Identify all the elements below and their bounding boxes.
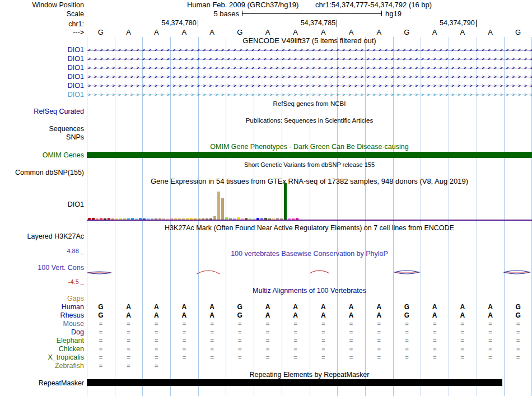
- gtex-expression-bar[interactable]: [178, 218, 181, 220]
- gtex-expression-bar[interactable]: [182, 218, 185, 220]
- alignment-identity-mark: =: [87, 328, 115, 336]
- alignment-identity-mark: =: [87, 362, 115, 370]
- species-label-chicken[interactable]: Chicken: [59, 345, 84, 353]
- gtex-expression-bar[interactable]: [237, 217, 240, 220]
- gtex-expression-bar[interactable]: [284, 183, 287, 220]
- gtex-expression-bar[interactable]: [92, 218, 95, 220]
- track-label-dio1[interactable]: DIO1: [68, 91, 84, 99]
- species-label-zebrafish[interactable]: Zebrafish: [55, 362, 84, 370]
- gtex-expression-bar[interactable]: [190, 218, 193, 220]
- repeatmasker-label[interactable]: RepeatMasker: [39, 379, 84, 387]
- species-label-rhesus[interactable]: Rhesus: [60, 311, 84, 319]
- gtex-expression-bar[interactable]: [143, 218, 146, 220]
- gtex-expression-bar[interactable]: [135, 218, 138, 220]
- multiz-track-title: Multiz Alignments of 100 Vertebrates: [87, 287, 532, 295]
- vert-cons-label[interactable]: 100 Vert. Cons: [38, 264, 84, 272]
- gtex-expression-bar[interactable]: [170, 218, 173, 220]
- species-label-elephant[interactable]: Elephant: [57, 337, 84, 344]
- gtex-expression-bar[interactable]: [202, 218, 204, 220]
- gtex-expression-bar[interactable]: [296, 218, 298, 220]
- gtex-expression-bar[interactable]: [104, 218, 106, 220]
- omim-genes-label[interactable]: OMIM Genes: [43, 151, 84, 159]
- track-label-dio1[interactable]: DIO1: [68, 55, 84, 63]
- gtex-expression-bar[interactable]: [233, 218, 236, 220]
- gtex-expression-bar[interactable]: [166, 218, 169, 220]
- conservation-signal-curves[interactable]: [87, 263, 532, 283]
- gtex-expression-bar[interactable]: [174, 218, 177, 220]
- species-label-human[interactable]: Human: [62, 303, 84, 311]
- gtex-expression-bar[interactable]: [268, 218, 271, 220]
- gtex-expression-bar[interactable]: [256, 218, 259, 220]
- track-label-dio1[interactable]: DIO1: [68, 46, 84, 54]
- aligned-base: A: [310, 303, 338, 311]
- scale-value: 5 bases: [183, 10, 239, 18]
- gtex-expression-bar[interactable]: [272, 218, 275, 220]
- gtex-expression-bar[interactable]: [155, 218, 157, 220]
- gtex-expression-bar[interactable]: [96, 218, 99, 220]
- repeatmasker-element-bar[interactable]: [87, 379, 502, 386]
- gtex-expression-bar[interactable]: [108, 218, 110, 220]
- gencode-transcript[interactable]: >>>>>>>>>>>>>>>>>>>>>>>>>>>>>>>>>>>>>>>>…: [87, 54, 532, 63]
- aligned-base: A: [337, 311, 365, 319]
- species-label-mouse[interactable]: Mouse: [63, 320, 84, 328]
- gtex-expression-bar[interactable]: [253, 218, 255, 220]
- alignment-identity-mark: =: [115, 353, 143, 361]
- gtex-expression-bar[interactable]: [206, 218, 208, 220]
- gtex-expression-bar[interactable]: [127, 218, 130, 220]
- gencode-transcript[interactable]: >>>>>>>>>>>>>>>>>>>>>>>>>>>>>>>>>>>>>>>>…: [87, 90, 532, 99]
- aligned-base: A: [421, 303, 449, 311]
- species-label-gaps[interactable]: Gaps: [67, 295, 84, 302]
- sequences-label[interactable]: Sequences: [49, 125, 84, 133]
- gtex-expression-bar[interactable]: [288, 218, 291, 220]
- gtex-expression-bar[interactable]: [158, 218, 161, 220]
- gtex-expression-bar[interactable]: [115, 218, 118, 220]
- track-label-dio1[interactable]: DIO1: [68, 64, 84, 72]
- gtex-expression-bar[interactable]: [147, 218, 150, 220]
- gencode-transcript[interactable]: >>>>>>>>>>>>>>>>>>>>>>>>>>>>>>>>>>>>>>>>…: [87, 72, 532, 81]
- gtex-expression-bar[interactable]: [221, 198, 224, 220]
- gtex-expression-bar[interactable]: [280, 218, 283, 220]
- gtex-expression-bar[interactable]: [292, 218, 295, 220]
- gtex-expression-bar[interactable]: [198, 218, 200, 220]
- refseq-curated-label[interactable]: RefSeq Curated: [34, 108, 84, 115]
- gencode-transcript[interactable]: >>>>>>>>>>>>>>>>>>>>>>>>>>>>>>>>>>>>>>>>…: [87, 45, 532, 54]
- gtex-expression-bar[interactable]: [213, 216, 216, 220]
- species-label-x_tropicalis[interactable]: X_tropicalis: [48, 353, 84, 361]
- gtex-expression-bar[interactable]: [139, 218, 142, 220]
- aligned-base: A: [115, 303, 143, 311]
- gencode-transcript[interactable]: >>>>>>>>>>>>>>>>>>>>>>>>>>>>>>>>>>>>>>>>…: [87, 63, 532, 72]
- gtex-expression-bar[interactable]: [225, 217, 228, 220]
- species-label-dog[interactable]: Dog: [71, 328, 84, 336]
- layered-h3k27ac-label[interactable]: Layered H3K27Ac: [27, 232, 84, 240]
- gtex-expression-bar[interactable]: [229, 218, 232, 220]
- gtex-expression-bar[interactable]: [260, 218, 263, 220]
- alignment-identity-mark: =: [115, 320, 143, 328]
- gtex-expression-bar[interactable]: [245, 218, 248, 220]
- omim-gene-bar[interactable]: [87, 152, 532, 158]
- gtex-expression-bar[interactable]: [123, 218, 126, 220]
- gtex-expression-bar[interactable]: [276, 218, 279, 220]
- gtex-expression-bar[interactable]: [111, 218, 114, 220]
- alignment-identity-mark: =: [477, 320, 505, 328]
- gtex-gene-label[interactable]: DIO1: [68, 201, 84, 208]
- gencode-transcript[interactable]: >>>>>>>>>>>>>>>>>>>>>>>>>>>>>>>>>>>>>>>>…: [87, 81, 532, 90]
- gtex-expression-bar[interactable]: [131, 218, 134, 220]
- reference-base: G: [87, 29, 115, 36]
- gtex-gene-model-line[interactable]: [87, 220, 532, 221]
- gtex-expression-bar[interactable]: [119, 218, 122, 220]
- gtex-expression-bar[interactable]: [162, 218, 165, 220]
- gtex-expression-bar[interactable]: [88, 218, 91, 220]
- gtex-expression-bar[interactable]: [186, 218, 189, 220]
- gtex-expression-bar[interactable]: [241, 218, 244, 220]
- gtex-expression-bar[interactable]: [217, 192, 220, 220]
- common-dbsnp-label[interactable]: Common dbSNP(155): [15, 169, 84, 176]
- gtex-expression-bar[interactable]: [194, 218, 197, 220]
- gtex-expression-bar[interactable]: [264, 218, 267, 220]
- gtex-expression-bar[interactable]: [100, 218, 102, 220]
- gtex-expression-bar[interactable]: [209, 218, 212, 220]
- snps-label[interactable]: SNPs: [66, 133, 84, 141]
- gtex-expression-bar[interactable]: [249, 218, 251, 220]
- track-label-dio1[interactable]: DIO1: [68, 82, 84, 90]
- track-label-dio1[interactable]: DIO1: [68, 73, 84, 81]
- gtex-expression-bar[interactable]: [151, 218, 153, 220]
